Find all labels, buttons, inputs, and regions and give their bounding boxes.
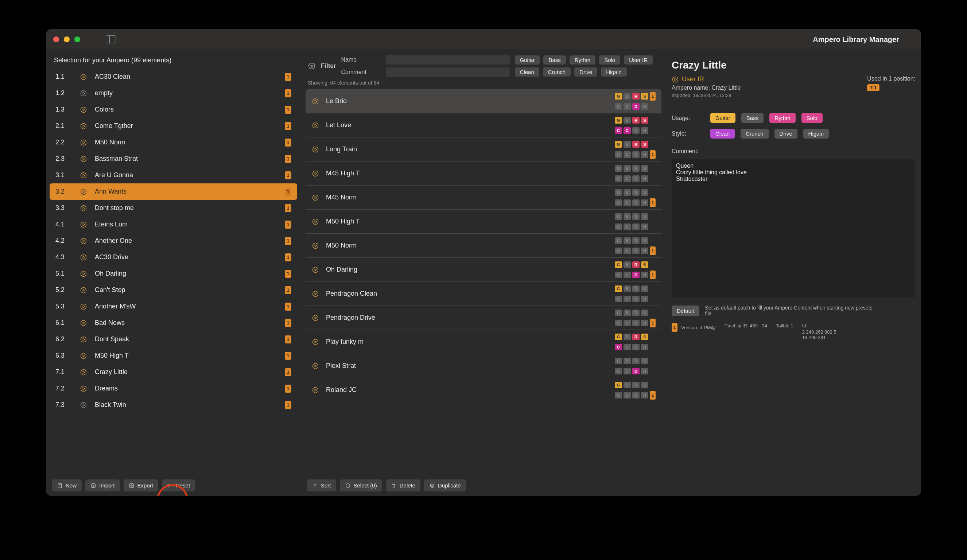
selection-row[interactable]: 7.2 Dreams 1: [50, 380, 297, 397]
play-icon[interactable]: [311, 266, 319, 274]
default-button[interactable]: Default: [672, 306, 700, 316]
selection-row[interactable]: 6.3 M50 High T 1: [50, 348, 297, 364]
selection-row[interactable]: 6.1 Bad News 1: [50, 315, 297, 331]
selection-row[interactable]: 1.2 empty 1: [50, 85, 297, 101]
library-row[interactable]: Play funky m GBRS CCDH: [305, 330, 662, 354]
play-icon[interactable]: [79, 171, 87, 180]
filter-tag[interactable]: Rythm: [569, 55, 596, 64]
selection-row[interactable]: 4.2 Another One 1: [50, 232, 297, 249]
play-icon[interactable]: [79, 237, 87, 245]
usage-rythm[interactable]: Rythm: [769, 113, 795, 123]
play-icon[interactable]: [79, 270, 87, 278]
selection-row[interactable]: 5.1 Oh Darling 1: [50, 265, 297, 282]
filter-tag[interactable]: Crunch: [543, 68, 571, 77]
library-row[interactable]: Long Train GBRS CCDH1: [305, 137, 662, 161]
play-icon[interactable]: [311, 97, 319, 105]
play-icon[interactable]: [311, 386, 319, 394]
filter-tag[interactable]: Clean: [515, 68, 539, 77]
selection-row[interactable]: 2.1 Come Tgther 1: [50, 118, 297, 134]
library-row[interactable]: Let Love GBRS CCDH: [305, 114, 662, 137]
selection-row[interactable]: 2.3 Bassman Strat 1: [50, 151, 297, 167]
usage-solo[interactable]: Solo: [802, 113, 823, 123]
play-icon[interactable]: [311, 338, 319, 346]
library-row[interactable]: Pendragon Clean GBRS CCDH: [305, 282, 662, 306]
play-icon[interactable]: [79, 319, 87, 327]
filter-tag[interactable]: Bass: [543, 55, 566, 64]
selection-list[interactable]: 1.1 AC30 Clean 1 1.2 empty 1 1.3 Colors …: [46, 69, 301, 475]
sidebar-toggle-icon[interactable]: [106, 35, 116, 43]
play-icon[interactable]: [311, 362, 319, 370]
selection-row[interactable]: 7.1 Crazy Little 1: [50, 364, 297, 380]
new-button[interactable]: New: [52, 479, 82, 491]
play-icon[interactable]: [79, 155, 87, 163]
filter-tag[interactable]: User IR: [624, 55, 653, 64]
play-icon[interactable]: [79, 204, 87, 212]
filter-icon[interactable]: [308, 62, 316, 70]
library-row[interactable]: Plexi Strat GBRS CCDH: [305, 354, 662, 378]
play-icon[interactable]: [79, 368, 87, 376]
style-crunch[interactable]: Crunch: [741, 129, 768, 138]
style-drive[interactable]: Drive: [774, 129, 797, 138]
play-icon[interactable]: [79, 303, 87, 311]
comment-box[interactable]: Queen Crazy little thing called love Str…: [672, 159, 915, 298]
selection-row[interactable]: 1.1 AC30 Clean 1: [50, 69, 297, 85]
library-row[interactable]: M45 Norm GBRS CCDH1: [305, 186, 662, 210]
selection-row[interactable]: 4.3 AC30 Drive 1: [50, 249, 297, 265]
play-icon[interactable]: [311, 145, 319, 153]
close-icon[interactable]: [53, 36, 59, 42]
library-row[interactable]: M50 High T GBRS CCDH: [305, 210, 662, 234]
play-icon[interactable]: [79, 106, 87, 114]
library-row[interactable]: Le Brio GBRS1 CCDH: [305, 89, 662, 114]
filter-tag[interactable]: Higain: [601, 68, 627, 77]
play-icon[interactable]: [79, 335, 87, 343]
minimize-icon[interactable]: [64, 36, 69, 42]
select-button[interactable]: Select (0): [340, 479, 382, 491]
play-icon[interactable]: [79, 352, 87, 360]
selection-row[interactable]: 6.2 Dont Speak 1: [50, 331, 297, 348]
play-icon[interactable]: [311, 122, 319, 129]
selection-row[interactable]: 1.3 Colors 1: [50, 101, 297, 118]
selection-row[interactable]: 4.1 Eteins Lum 1: [50, 216, 297, 232]
play-icon[interactable]: [311, 290, 319, 298]
style-higain[interactable]: Higain: [803, 129, 829, 138]
library-row[interactable]: M45 High T GBRS CCDH: [305, 161, 662, 186]
name-filter-input[interactable]: [386, 55, 510, 64]
maximize-icon[interactable]: [74, 36, 80, 42]
play-icon[interactable]: [79, 89, 87, 97]
filter-tag[interactable]: Solo: [599, 55, 620, 64]
play-icon[interactable]: [79, 122, 87, 130]
library-row[interactable]: M50 Norm GBRS CCDH1: [305, 234, 662, 258]
play-icon[interactable]: [311, 217, 319, 226]
play-icon[interactable]: [79, 254, 87, 262]
play-icon[interactable]: [79, 401, 87, 409]
selection-row[interactable]: 3.2 Ann Wants 1: [50, 183, 297, 200]
selection-row[interactable]: 3.3 Dont stop me 1: [50, 200, 297, 216]
style-clean[interactable]: Clean: [710, 129, 735, 138]
selection-row[interactable]: 5.2 Can't Stop 1: [50, 282, 297, 298]
play-icon[interactable]: [311, 170, 319, 178]
duplicate-button[interactable]: Duplicate: [424, 479, 466, 491]
usage-bass[interactable]: Bass: [741, 113, 764, 123]
play-icon[interactable]: [311, 314, 319, 322]
filter-tag[interactable]: Drive: [574, 68, 597, 77]
selection-row[interactable]: 2.2 M50 Norm 1: [50, 134, 297, 151]
export-button[interactable]: Export: [124, 479, 158, 491]
comment-filter-input[interactable]: [386, 68, 510, 77]
sort-button[interactable]: Sort: [307, 479, 336, 491]
selection-row[interactable]: 3.1 Are U Gonna 1: [50, 167, 297, 183]
play-icon[interactable]: [79, 73, 87, 81]
play-icon[interactable]: [79, 385, 87, 393]
usage-guitar[interactable]: Guitar: [710, 113, 736, 123]
library-row[interactable]: Pendragon Drive GBRS CCDH1: [305, 306, 662, 330]
library-row[interactable]: Roland JC GBRS CCDH1: [305, 378, 662, 402]
filter-tag[interactable]: Guitar: [515, 55, 540, 64]
play-icon[interactable]: [311, 242, 319, 250]
selection-row[interactable]: 5.3 Another M'sW 1: [50, 298, 297, 315]
import-button[interactable]: Import: [85, 479, 120, 491]
play-icon[interactable]: [79, 138, 87, 147]
reset-button[interactable]: Reset: [162, 479, 195, 491]
play-icon[interactable]: [79, 286, 87, 294]
play-icon[interactable]: [79, 221, 87, 229]
library-list[interactable]: Le Brio GBRS1 CCDH Let Love GBRS CCDH Lo…: [301, 89, 666, 475]
play-icon[interactable]: [79, 188, 87, 196]
